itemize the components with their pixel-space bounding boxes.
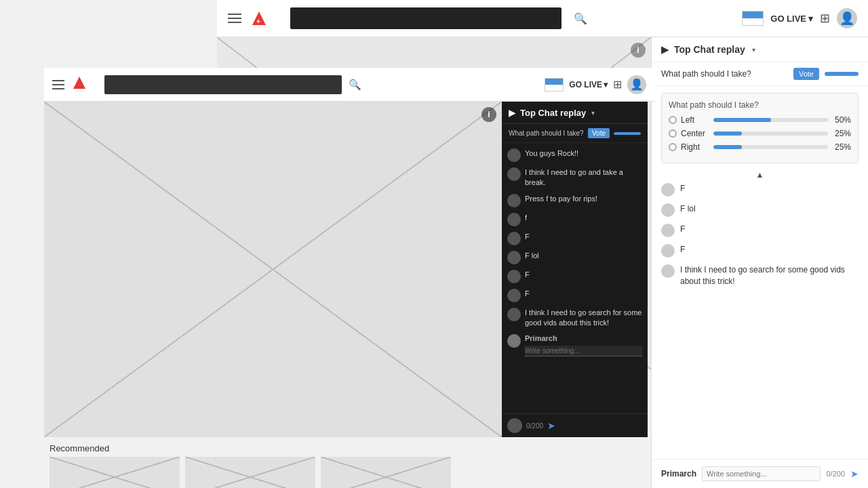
fg-search-icon[interactable]: 🔍	[349, 79, 361, 91]
bg-chat-header: ▶ Top Chat replay ▾	[652, 37, 868, 62]
bg-avatar[interactable]: 👤	[837, 8, 857, 28]
bg-poll-label-right: Right	[681, 142, 709, 152]
bg-poll-question: What path should I take?	[661, 69, 788, 79]
fg-video-info-button[interactable]: i	[481, 107, 496, 122]
fg-vote-button[interactable]: Vote	[588, 128, 610, 138]
fg-msg-avatar-1	[507, 148, 521, 162]
fg-author-name: Primarch	[525, 334, 642, 342]
rec-thumbnail-1[interactable]	[50, 457, 180, 488]
bg-poll-option-left: Left 50%	[669, 115, 851, 125]
bg-chat-arrow-icon: ▶	[661, 44, 669, 55]
bg-poll-label-left: Left	[681, 115, 709, 125]
svg-text:+: +	[256, 18, 260, 25]
fg-chat-dropdown-icon[interactable]: ▾	[591, 109, 595, 117]
fg-msg-avatar-8	[507, 289, 521, 302]
bg-flag[interactable]	[742, 11, 764, 26]
bg-poll-bar-left	[713, 118, 771, 122]
fg-flag[interactable]	[545, 78, 564, 92]
bg-poll-label-center: Center	[681, 129, 709, 138]
fg-char-counter: 0/200	[526, 422, 543, 430]
fg-go-live-button[interactable]: GO LIVE ▾	[569, 80, 608, 89]
bg-poll-option-center: Center 25%	[669, 129, 851, 138]
recommended-label: Recommended	[44, 443, 505, 457]
bg-grid-icon[interactable]: ⊞	[820, 11, 830, 26]
bg-poll-bar-right	[713, 145, 742, 149]
bg-msg-avatar-2	[661, 203, 675, 217]
fg-msg-text-1: You guys Rock!!	[525, 148, 578, 159]
bg-msg-text-1: F	[680, 183, 685, 195]
bg-poll-option-right: Right 25%	[669, 142, 851, 152]
list-item: I think I need to go and take a break.	[507, 167, 642, 188]
bg-poll-pct-left: 50%	[832, 115, 851, 125]
fg-logo	[71, 75, 87, 95]
fg-msg-text-8: F	[525, 289, 530, 299]
fg-avatar[interactable]: 👤	[627, 75, 646, 94]
fg-write-input[interactable]	[525, 346, 642, 357]
bg-video-info-button[interactable]: i	[631, 43, 646, 58]
bg-poll-row: What path should I take? Vote	[652, 62, 868, 86]
bg-poll-progress-bar	[825, 72, 859, 76]
fg-msg-avatar-3	[507, 194, 521, 207]
bg-chat-title: Top Chat replay	[674, 44, 745, 55]
list-item: Primarch	[507, 334, 642, 357]
list-item: F	[507, 270, 642, 283]
bg-header: + 🔍 GO LIVE ▾ ⊞ 👤	[217, 0, 868, 37]
rec-thumbnail-3[interactable]	[321, 457, 451, 488]
fg-hamburger-menu[interactable]	[52, 80, 64, 89]
list-item: F lol	[507, 251, 642, 264]
list-item: F	[507, 289, 642, 302]
bg-msg-avatar-4	[661, 244, 675, 258]
list-item: I think I need to go search for some goo…	[507, 308, 642, 329]
fg-chat-panel: ▶ Top Chat replay ▾ What path should I t…	[502, 102, 648, 437]
fg-video-placeholder: i	[44, 102, 502, 437]
fg-msg-avatar-5	[507, 232, 521, 245]
bg-msg-avatar-5	[661, 264, 675, 278]
list-item: F lol	[661, 203, 859, 217]
fg-msg-text-6: F lol	[525, 251, 539, 261]
fg-msg-avatar-7	[507, 270, 521, 283]
fg-send-button[interactable]: ➤	[547, 420, 555, 431]
fg-msg-avatar-author	[507, 334, 521, 348]
bg-poll-bar-center	[713, 131, 742, 136]
rec-thumbnail-2[interactable]	[185, 457, 315, 488]
bg-send-button[interactable]: ➤	[850, 468, 859, 479]
bg-go-live-button[interactable]: GO LIVE ▾	[770, 14, 813, 24]
fg-chat-arrow-icon: ▶	[509, 107, 516, 118]
bg-scroll-up-area[interactable]: ▲	[652, 170, 868, 180]
fg-msg-text-4: f	[525, 213, 527, 223]
fg-msg-avatar-4	[507, 213, 521, 226]
bg-poll-results-title: What path should I take?	[669, 100, 851, 110]
fg-right-controls: GO LIVE ▾ ⊞ 👤	[545, 75, 646, 94]
bg-hamburger-menu[interactable]	[228, 14, 241, 23]
bg-vote-button[interactable]: Vote	[793, 68, 819, 80]
bg-search-icon[interactable]: 🔍	[570, 7, 591, 29]
fg-msg-avatar-2	[507, 167, 521, 181]
fg-video-area: i	[44, 102, 502, 437]
bg-msg-text-4: F	[680, 244, 685, 256]
fg-msg-avatar-6	[507, 251, 521, 264]
list-item: F	[661, 224, 859, 237]
fg-poll-progress-bar	[614, 132, 641, 135]
fg-chat-header: ▶ Top Chat replay ▾	[502, 102, 648, 124]
fg-grid-icon[interactable]: ⊞	[613, 78, 622, 91]
bg-poll-results: What path should I take? Left 50% Center…	[661, 93, 859, 163]
bg-poll-radio-right[interactable]	[669, 143, 677, 151]
fg-msg-text-9: I think I need to go search for some goo…	[525, 308, 642, 329]
list-item: I think I need to go search for some goo…	[661, 264, 859, 287]
fg-msg-text-7: F	[525, 270, 530, 280]
bg-up-arrow-icon[interactable]: ▲	[756, 170, 764, 180]
bg-poll-bar-right-wrap	[713, 145, 828, 149]
fg-input-avatar	[507, 418, 522, 433]
bg-poll-radio-left[interactable]	[669, 116, 677, 124]
bg-poll-radio-center[interactable]	[669, 129, 677, 138]
fg-search-bar[interactable]	[104, 75, 342, 94]
fg-messages-list: You guys Rock!! I think I need to go and…	[502, 143, 648, 413]
bg-poll-pct-right: 25%	[832, 142, 851, 152]
recommended-section: Recommended	[44, 439, 505, 488]
bg-chat-dropdown-icon[interactable]: ▾	[752, 46, 755, 54]
bg-poll-bar-center-wrap	[713, 131, 828, 136]
bg-search-bar[interactable]	[290, 7, 561, 29]
bg-write-input[interactable]	[702, 466, 821, 481]
bg-char-counter: 0/200	[826, 470, 845, 478]
bg-logo: +	[250, 9, 269, 28]
